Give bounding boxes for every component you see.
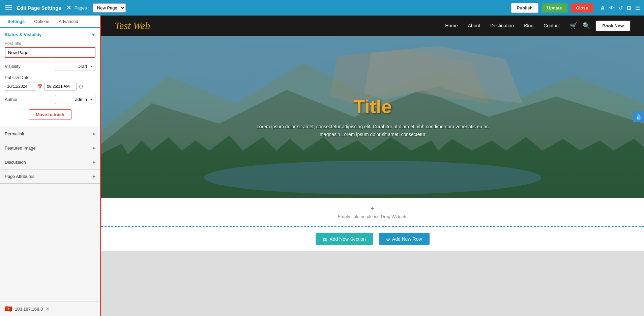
- page-attributes-section[interactable]: Page Attributes ▶: [0, 169, 100, 184]
- move-to-trash-button[interactable]: Move to trash: [29, 109, 71, 120]
- publish-button[interactable]: Publish: [511, 3, 538, 13]
- visibility-select-wrapper: Draft Published Private: [55, 62, 95, 71]
- publish-date-input[interactable]: [5, 82, 35, 91]
- cart-icon[interactable]: 🛒: [570, 22, 577, 29]
- discussion-section[interactable]: Discussion ▶: [0, 155, 100, 169]
- hero-title: Title: [353, 96, 392, 117]
- pages-label: Pages :: [75, 5, 89, 10]
- pages-select[interactable]: New Page: [93, 3, 126, 12]
- visibility-select[interactable]: Draft Published Private: [55, 62, 95, 71]
- nav-contact[interactable]: Contact: [544, 23, 560, 28]
- status-visibility-title: Status & Visibility: [5, 32, 42, 37]
- permalink-label: Permalink: [5, 131, 24, 136]
- add-section-row: ▦ Add New Section ⊕ Add New Row: [101, 226, 644, 251]
- top-bar-icons: 🖥 👁 ↺ ⊞ ☰: [599, 5, 640, 11]
- nav-home[interactable]: Home: [445, 23, 458, 28]
- empty-column-plus-icon: +: [371, 205, 375, 213]
- post-title-label: Post Title: [5, 41, 95, 46]
- author-select[interactable]: admin: [55, 95, 95, 104]
- topbar-close-x-icon[interactable]: ✕: [66, 4, 71, 11]
- page-attributes-arrow: ▶: [93, 174, 95, 179]
- author-label: Author: [5, 97, 18, 102]
- status-visibility-header[interactable]: Status & Visibility ▼: [5, 32, 95, 37]
- status-visibility-panel: Status & Visibility ▼ Post Title Visibil…: [0, 28, 100, 127]
- nav-icons: 🛒 🔍: [570, 22, 590, 29]
- sidebar-bottom: 🇻🇳 103.187.168.8 ✕: [0, 301, 100, 316]
- page-attributes-label: Page Attributes: [5, 174, 34, 179]
- website-nav: Test Web Home About Destination Blog Con…: [101, 16, 644, 36]
- tab-options[interactable]: Options: [29, 16, 54, 27]
- add-section-icon: ▦: [323, 236, 327, 242]
- featured-image-section[interactable]: Featured Image ▶: [0, 141, 100, 155]
- add-row-icon: ⊕: [386, 236, 390, 242]
- hero-section: Title Lorem ipsum dolor sit amet, consec…: [101, 36, 644, 198]
- sidebar-tabs: Settings Options Advanced: [0, 16, 100, 28]
- nav-destination[interactable]: Destination: [490, 23, 514, 28]
- menu-dots-icon[interactable]: ☰: [635, 5, 640, 11]
- author-select-wrapper: admin: [55, 95, 95, 104]
- main-layout: Settings Options Advanced Status & Visib…: [0, 16, 644, 316]
- nav-blog[interactable]: Blog: [524, 23, 533, 28]
- discussion-label: Discussion: [5, 160, 26, 165]
- add-new-section-button[interactable]: ▦ Add New Section: [316, 233, 373, 245]
- update-button[interactable]: Update: [542, 3, 567, 12]
- permalink-arrow: ▶: [93, 132, 95, 136]
- nav-about[interactable]: About: [468, 23, 480, 28]
- top-bar: Edit Page Settings ✕ Pages : New Page Pu…: [0, 0, 644, 16]
- sitemap-icon[interactable]: ⊞: [627, 5, 631, 11]
- ip-address: 103.187.168.8: [15, 307, 43, 312]
- visibility-label: Visibility: [5, 64, 21, 69]
- empty-column-section[interactable]: + Empty column please Drag Widgets: [101, 198, 644, 226]
- publish-date-row: 📅 ⏱: [5, 82, 95, 91]
- close-button[interactable]: Close: [571, 3, 593, 12]
- search-nav-icon[interactable]: 🔍: [583, 22, 590, 29]
- hero-description: Lorem ipsum dolor sit amet, consectetur …: [255, 123, 491, 138]
- eye-icon[interactable]: 👁: [609, 5, 614, 11]
- flag-icon: 🇻🇳: [5, 305, 12, 313]
- post-title-input[interactable]: [5, 47, 95, 58]
- status-visibility-arrow: ▼: [91, 32, 95, 37]
- sidebar: Settings Options Advanced Status & Visib…: [0, 16, 101, 316]
- add-new-row-button[interactable]: ⊕ Add New Row: [379, 233, 430, 245]
- content-area: Test Web Home About Destination Blog Con…: [101, 16, 644, 316]
- empty-column-text: Empty column please Drag Widgets: [338, 214, 408, 219]
- hamburger-menu[interactable]: [4, 4, 13, 11]
- publish-date-label: Publish Date: [5, 75, 95, 80]
- ip-close-icon[interactable]: ✕: [46, 306, 50, 312]
- permalink-section[interactable]: Permalink ▶: [0, 127, 100, 141]
- add-row-label: Add New Row: [392, 236, 422, 242]
- history-icon[interactable]: ↺: [618, 5, 623, 11]
- publish-time-input[interactable]: [45, 82, 77, 91]
- discussion-arrow: ▶: [93, 160, 95, 164]
- featured-image-label: Featured Image: [5, 146, 36, 151]
- tab-settings[interactable]: Settings: [3, 16, 29, 28]
- site-logo: Test Web: [115, 20, 150, 31]
- book-now-button[interactable]: Book Now: [595, 20, 631, 31]
- clock-icon: ⏱: [79, 84, 84, 89]
- tab-advanced[interactable]: Advanced: [54, 16, 83, 27]
- featured-image-arrow: ▶: [93, 146, 95, 150]
- hero-overlay: Title Lorem ipsum dolor sit amet, consec…: [101, 36, 644, 198]
- topbar-title: Edit Page Settings: [17, 5, 61, 11]
- desktop-icon[interactable]: 🖥: [599, 5, 605, 11]
- visibility-row: Visibility Draft Published Private: [5, 62, 95, 71]
- calendar-icon: 📅: [37, 84, 42, 89]
- floating-badge[interactable]: 💧: [633, 111, 644, 122]
- author-row: Author admin: [5, 95, 95, 104]
- add-section-label: Add New Section: [329, 236, 365, 242]
- nav-links: Home About Destination Blog Contact: [445, 23, 560, 28]
